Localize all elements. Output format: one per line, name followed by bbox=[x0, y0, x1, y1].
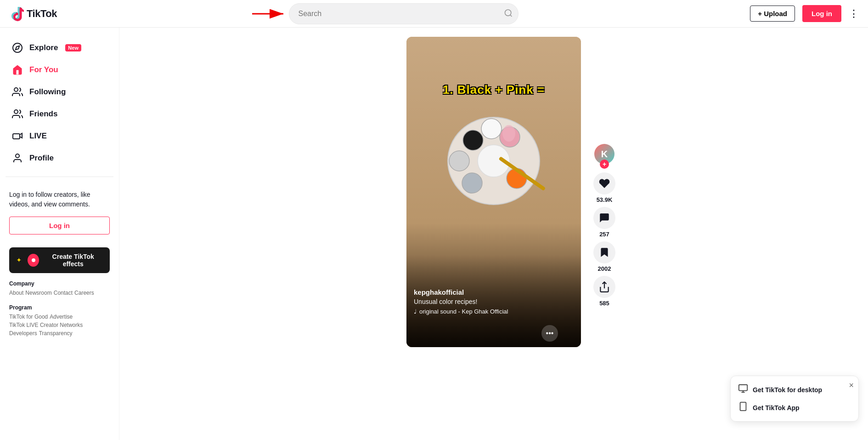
sidebar-login-button[interactable]: Log in bbox=[9, 217, 110, 234]
new-badge: New bbox=[65, 44, 81, 51]
video-card[interactable]: 1. Black + Pink = kepghakofficial Unusua… bbox=[406, 37, 581, 347]
search-container bbox=[289, 3, 519, 24]
svg-point-16 bbox=[481, 119, 502, 139]
like-button[interactable] bbox=[593, 172, 615, 194]
video-text-overlay: 1. Black + Pink = bbox=[443, 83, 545, 97]
live-label: LIVE bbox=[29, 131, 47, 141]
login-section: Log in to follow creators, like videos, … bbox=[0, 184, 119, 240]
desktop-notification: × Get TikTok for desktop Get TikTok App bbox=[730, 376, 859, 422]
login-prompt-text: Log in to follow creators, like videos, … bbox=[9, 190, 110, 209]
more-options-video-button[interactable]: ••• bbox=[541, 325, 558, 342]
comment-action: 257 bbox=[593, 207, 615, 238]
share-button[interactable] bbox=[593, 276, 615, 298]
follow-plus-button[interactable]: + bbox=[600, 160, 609, 169]
newsroom-link[interactable]: Newsroom bbox=[25, 290, 51, 296]
comment-button[interactable] bbox=[593, 207, 615, 229]
video-sound: ♩ original sound - Kep Ghak Official bbox=[414, 308, 549, 315]
more-options-button[interactable]: ⋮ bbox=[849, 8, 859, 20]
live-icon bbox=[11, 130, 24, 143]
desktop-notif-text: Get TikTok for desktop bbox=[753, 386, 822, 394]
sidebar-item-for-you[interactable]: For You bbox=[6, 59, 113, 81]
create-effects-button[interactable]: ✦ Create TikTok effects bbox=[9, 247, 110, 273]
svg-point-19 bbox=[502, 125, 515, 142]
video-info: kepghakofficial Unusual color recipes! ♩… bbox=[414, 288, 549, 315]
palette-illustration bbox=[441, 106, 547, 211]
share-icon bbox=[598, 281, 610, 293]
creator-avatar-container: K + bbox=[593, 143, 615, 165]
company-links: About Newsroom Contact Careers bbox=[9, 290, 110, 296]
sidebar-item-following[interactable]: Following bbox=[6, 81, 113, 103]
heart-icon bbox=[598, 177, 610, 189]
video-wrapper: 1. Black + Pink = kepghakofficial Unusua… bbox=[406, 37, 581, 347]
sound-text: original sound - Kep Ghak Official bbox=[419, 308, 508, 315]
svg-point-10 bbox=[32, 258, 35, 262]
svg-point-6 bbox=[14, 88, 18, 91]
profile-label: Profile bbox=[29, 154, 54, 163]
contact-link[interactable]: Contact bbox=[54, 290, 73, 296]
effects-icon bbox=[28, 254, 39, 267]
layout: Explore New For You bbox=[0, 0, 868, 440]
app-notif-item[interactable]: Get TikTok App bbox=[738, 401, 836, 414]
search-input[interactable] bbox=[289, 3, 519, 24]
red-arrow-icon bbox=[252, 7, 289, 21]
feed-container: 1. Black + Pink = kepghakofficial Unusua… bbox=[406, 37, 581, 431]
svg-rect-25 bbox=[740, 402, 746, 411]
header: TikTok + Upload Log in ⋮ bbox=[0, 0, 868, 28]
bookmark-button[interactable] bbox=[593, 241, 615, 263]
careers-link[interactable]: Careers bbox=[74, 290, 94, 296]
more-dots-icon: ••• bbox=[546, 329, 554, 337]
sidebar-nav: Explore New For You bbox=[0, 37, 119, 169]
logo[interactable]: TikTok bbox=[9, 6, 57, 21]
video-caption: Unusual color recipes! bbox=[414, 298, 549, 305]
svg-point-4 bbox=[13, 43, 22, 52]
following-icon bbox=[11, 86, 24, 98]
login-button[interactable]: Log in bbox=[802, 5, 841, 22]
company-title: Company bbox=[9, 280, 110, 287]
friends-icon bbox=[11, 108, 24, 120]
upload-button[interactable]: + Upload bbox=[750, 6, 795, 22]
divider bbox=[6, 177, 113, 177]
sidebar-item-live[interactable]: LIVE bbox=[6, 125, 113, 147]
live-creator-link[interactable]: TikTok LIVE Creator Networks bbox=[9, 322, 83, 328]
sidebar-item-friends[interactable]: Friends bbox=[6, 103, 113, 125]
music-note-icon: ♩ bbox=[414, 308, 417, 315]
sidebar: Explore New For You bbox=[0, 28, 119, 440]
compass-icon bbox=[11, 41, 24, 54]
app-notif-text: Get TikTok App bbox=[753, 404, 800, 411]
search-button[interactable] bbox=[504, 8, 513, 19]
svg-line-3 bbox=[510, 15, 512, 17]
svg-point-18 bbox=[462, 173, 482, 193]
svg-point-15 bbox=[449, 151, 469, 171]
svg-point-2 bbox=[505, 10, 511, 16]
svg-marker-5 bbox=[16, 46, 19, 50]
svg-point-9 bbox=[16, 154, 19, 158]
notification-close-button[interactable]: × bbox=[849, 381, 854, 390]
tiktok-for-good-link[interactable]: TikTok for Good bbox=[9, 314, 48, 320]
about-link[interactable]: About bbox=[9, 290, 23, 296]
create-effects-label: Create TikTok effects bbox=[44, 253, 102, 268]
program-title: Program bbox=[9, 304, 110, 311]
advertise-link[interactable]: Advertise bbox=[50, 314, 73, 320]
logo-text: TikTok bbox=[27, 8, 57, 20]
bookmark-count: 2002 bbox=[598, 265, 611, 272]
share-action: 585 bbox=[593, 276, 615, 307]
phone-icon bbox=[738, 401, 748, 414]
search-icon bbox=[504, 8, 513, 17]
comment-count: 257 bbox=[599, 231, 609, 238]
video-actions: K + 53.9K bbox=[593, 143, 615, 310]
share-count: 585 bbox=[599, 300, 609, 307]
transparency-link[interactable]: Transparency bbox=[39, 330, 73, 337]
sidebar-item-explore[interactable]: Explore New bbox=[6, 37, 113, 59]
sparkle-icon: ✦ bbox=[17, 257, 21, 263]
friends-label: Friends bbox=[29, 109, 57, 119]
program-links: TikTok for Good Advertise TikTok LIVE Cr… bbox=[9, 314, 110, 337]
video-username: kepghakofficial bbox=[414, 288, 549, 296]
monitor-icon bbox=[738, 383, 748, 396]
developers-link[interactable]: Developers bbox=[9, 330, 37, 337]
desktop-notif-item[interactable]: Get TikTok for desktop bbox=[738, 383, 836, 396]
sidebar-item-profile[interactable]: Profile bbox=[6, 147, 113, 169]
tiktok-logo-icon bbox=[9, 6, 24, 21]
home-icon bbox=[11, 63, 24, 76]
sidebar-footer: Company About Newsroom Contact Careers P… bbox=[0, 273, 119, 344]
comment-icon bbox=[598, 212, 610, 224]
